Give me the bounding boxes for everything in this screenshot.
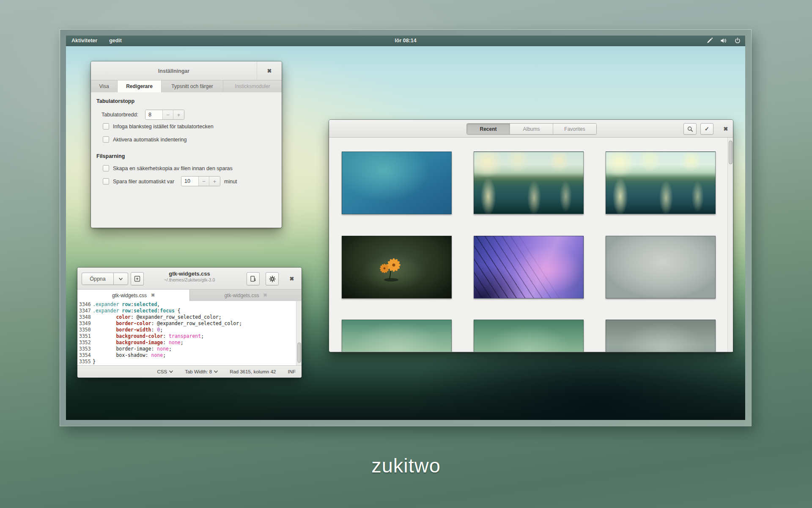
photo-grid — [329, 138, 733, 352]
code-editor[interactable]: 3346.expander row:selected,3347.expander… — [77, 301, 302, 365]
top-panel: Aktiviteter gedit lör 08:14 — [66, 36, 745, 46]
open-split-button: Öppna — [82, 273, 128, 285]
photos-view-switcher: Recent Albums Favorites — [466, 123, 597, 135]
preferences-tab-bar: Visa Redigerare Typsnitt och färger Inst… — [91, 80, 282, 92]
tab-width-label: Tabulatorbredd: — [102, 112, 138, 118]
open-button-label: Öppna — [90, 276, 106, 282]
tab-width-spinner: 8 − + — [145, 110, 184, 120]
close-icon[interactable]: ✖ — [287, 273, 296, 284]
checkbox-autosave[interactable] — [103, 178, 109, 185]
tab-insticksmoduler[interactable]: Insticksmoduler — [223, 80, 282, 92]
tab-width-decrement-button[interactable]: − — [162, 110, 173, 119]
gedit-window: Öppna gtk-widgets.css ~/.themes/Zukitwo/… — [77, 268, 302, 378]
photo-thumbnail-9[interactable] — [606, 320, 716, 352]
tab-width-increment-button[interactable]: + — [173, 110, 184, 119]
photo-picker-window: Recent Albums Favorites ✓ ✖ — [329, 120, 733, 352]
photos-scrollbar-handle[interactable] — [729, 141, 732, 164]
chevron-down-icon — [119, 278, 123, 280]
tab-recent[interactable]: Recent — [467, 124, 510, 134]
editor-scrollbar-handle[interactable] — [297, 342, 301, 363]
save-icon — [250, 276, 256, 282]
dialog-title: Inställningar — [91, 61, 257, 80]
tab-close-icon[interactable]: ✖ — [151, 293, 155, 298]
select-button[interactable]: ✓ — [700, 123, 713, 135]
document-path: ~/.themes/Zukitwo/gtk-3.0 — [134, 277, 244, 282]
autosave-spinner: 10 − + — [181, 176, 220, 186]
gedit-statusbar: CSS Tab Width: 8 Rad 3615, kolumn 42 INF — [77, 365, 302, 378]
tab-label: gtk-widgets.css — [224, 293, 259, 298]
cursor-position: Rad 3615, kolumn 42 — [230, 369, 276, 374]
chevron-down-icon — [214, 370, 218, 373]
language-selector[interactable]: CSS — [157, 369, 173, 374]
checkbox-autosave-label: Spara filer automatiskt var — [113, 179, 174, 185]
tab-width-selector[interactable]: Tab Width: 8 — [185, 369, 218, 374]
tab-redigerare[interactable]: Redigerare — [118, 80, 162, 92]
theme-name-label: zukitwo — [0, 454, 812, 477]
code-lines: 3346.expander row:selected,3347.expander… — [77, 301, 296, 365]
checkbox-insert-spaces-label: Infoga blanksteg istället för tabulatort… — [113, 124, 214, 130]
screenshot-frame: Aktiviteter gedit lör 08:14 Inställninga… — [60, 30, 751, 426]
photo-thumbnail-4[interactable] — [342, 236, 452, 298]
photos-titlebar[interactable]: Recent Albums Favorites ✓ ✖ — [329, 120, 733, 138]
autosave-value[interactable]: 10 — [181, 177, 198, 186]
document-tab-active[interactable]: gtk-widgets.css ✖ — [77, 290, 189, 301]
section-title-tab-stops: Tabulatorstopp — [96, 98, 134, 104]
clock[interactable]: lör 08:14 — [66, 38, 745, 44]
photo-thumbnail-1[interactable] — [342, 152, 452, 214]
photo-thumbnail-6[interactable] — [606, 236, 716, 298]
power-icon[interactable] — [734, 37, 741, 44]
tab-visa[interactable]: Visa — [91, 80, 118, 92]
gedit-titlebar[interactable]: Öppna gtk-widgets.css ~/.themes/Zukitwo/… — [77, 268, 302, 290]
autosave-decrement-button[interactable]: − — [198, 177, 209, 186]
tab-width-label: Tab Width: 8 — [185, 369, 212, 374]
tab-favorites[interactable]: Favorites — [553, 124, 596, 134]
poster-background: Aktiviteter gedit lör 08:14 Inställninga… — [0, 0, 812, 508]
pen-icon[interactable] — [706, 37, 713, 44]
photos-scrollbar[interactable] — [727, 138, 733, 352]
tab-width-value[interactable]: 8 — [145, 110, 162, 119]
save-button[interactable] — [247, 272, 260, 285]
dialog-titlebar[interactable]: Inställningar ✖ — [91, 61, 282, 80]
document-tab-inactive[interactable]: gtk-widgets.css ✖ — [189, 290, 302, 301]
search-button[interactable] — [683, 123, 697, 135]
search-icon — [687, 126, 693, 132]
tab-label: gtk-widgets.css — [112, 293, 147, 298]
checkbox-insert-spaces[interactable] — [103, 123, 109, 130]
open-button[interactable]: Öppna — [82, 273, 114, 285]
autosave-increment-button[interactable]: + — [209, 177, 220, 186]
input-mode-indicator: INF — [288, 369, 296, 374]
desktop-screenshot: Aktiviteter gedit lör 08:14 Inställninga… — [66, 36, 745, 420]
chevron-down-icon — [169, 370, 173, 373]
document-title: gtk-widgets.css — [134, 271, 244, 277]
tab-albums[interactable]: Albums — [510, 124, 553, 134]
photo-thumbnail-8[interactable] — [474, 320, 584, 352]
gedit-preferences-dialog: Inställningar ✖ Visa Redigerare Typsnitt… — [91, 61, 282, 228]
checkbox-create-backup[interactable] — [103, 165, 109, 171]
section-title-file-saving: Filsparning — [96, 153, 125, 159]
orange-lily-illustration — [342, 236, 451, 298]
photo-thumbnail-7[interactable] — [342, 320, 452, 352]
editor-scrollbar[interactable] — [296, 301, 302, 365]
tab-typsnitt-och-farger[interactable]: Typsnitt och färger — [162, 80, 223, 92]
gedit-tab-bar: gtk-widgets.css ✖ gtk-widgets.css ✖ — [77, 290, 302, 301]
gear-icon — [269, 276, 276, 282]
language-label: CSS — [157, 369, 167, 374]
close-icon[interactable]: ✖ — [721, 123, 730, 135]
menu-button[interactable] — [266, 272, 279, 285]
volume-icon[interactable] — [720, 37, 727, 44]
autosave-unit-label: minut — [224, 179, 237, 185]
tab-close-icon[interactable]: ✖ — [263, 293, 267, 298]
checkbox-auto-indent-label: Aktivera automatisk indentering — [113, 137, 187, 143]
photo-thumbnail-5[interactable] — [474, 236, 584, 298]
preferences-page-editor: Tabulatorstopp Tabulatorbredd: 8 − + Inf… — [91, 92, 282, 228]
check-icon: ✓ — [705, 126, 709, 132]
checkbox-create-backup-label: Skapa en säkerhetskopia av filen innan d… — [113, 166, 233, 171]
close-icon[interactable]: ✖ — [257, 61, 282, 80]
open-dropdown-button[interactable] — [114, 273, 128, 285]
checkbox-auto-indent[interactable] — [103, 136, 109, 143]
photo-thumbnail-3[interactable] — [606, 152, 716, 214]
photo-thumbnail-2[interactable] — [474, 152, 584, 214]
